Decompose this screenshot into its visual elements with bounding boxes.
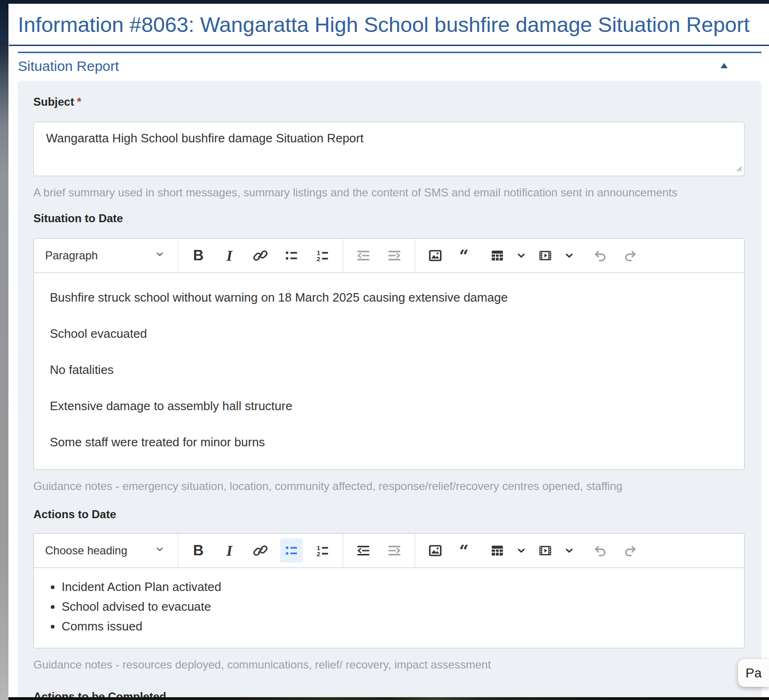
- redo-icon: [623, 543, 638, 558]
- redo-icon: [623, 248, 638, 263]
- insert-table-button[interactable]: [486, 243, 509, 268]
- table-icon: [490, 248, 505, 263]
- background-left-strip: [0, 0, 8, 700]
- media-dropdown-button[interactable]: [562, 243, 577, 268]
- media-dropdown-button[interactable]: [562, 538, 577, 563]
- block-quote-button[interactable]: “: [455, 243, 478, 268]
- bold-icon: B: [193, 247, 204, 264]
- block-quote-button[interactable]: “: [455, 538, 478, 563]
- actions-to-date-label: Actions to Date: [33, 507, 745, 521]
- situation-to-date-editor: Paragraph B I 12: [33, 238, 745, 470]
- bullet-item: School advised to evacuate: [62, 599, 728, 614]
- italic-icon: I: [227, 542, 232, 560]
- outdent-icon: [356, 248, 371, 263]
- toolbar-separator: [415, 239, 415, 272]
- insert-media-button[interactable]: [534, 243, 557, 268]
- editor-paragraph: School evacuated: [50, 326, 728, 341]
- top-window-bar: [0, 0, 769, 4]
- editor-paragraph: Extensive damage to assembly hall struct…: [50, 398, 728, 413]
- bulleted-list-icon: [284, 543, 299, 558]
- actions-bullet-list: Incident Action Plan activatedSchool adv…: [50, 579, 728, 634]
- chevron-down-icon: [564, 250, 575, 261]
- actions-to-date-editor: Choose heading B I 12: [33, 533, 745, 648]
- image-icon: [428, 543, 443, 558]
- bold-button[interactable]: B: [187, 538, 210, 563]
- table-dropdown-button[interactable]: [514, 538, 529, 563]
- link-button[interactable]: [249, 538, 272, 563]
- link-button[interactable]: [249, 243, 272, 268]
- subject-label: Subject*: [33, 95, 745, 109]
- toolbar-separator: [178, 239, 178, 272]
- bold-icon: B: [193, 542, 204, 559]
- editor-paragraph: Bushfire struck school without warning o…: [50, 290, 728, 305]
- bullet-item: Incident Action Plan activated: [62, 579, 728, 594]
- editor-paragraph: Some staff were treated for minor burns: [50, 435, 728, 450]
- toolbar-separator: [343, 239, 343, 272]
- editor-toolbar: Choose heading B I 12: [34, 534, 744, 568]
- redo-button[interactable]: [620, 243, 642, 268]
- heading-dropdown[interactable]: Paragraph: [39, 242, 173, 269]
- situation-to-date-label: Situation to Date: [33, 211, 745, 226]
- heading-dropdown[interactable]: Choose heading: [39, 537, 173, 564]
- italic-button[interactable]: I: [218, 538, 241, 563]
- section-title: Situation Report: [18, 58, 119, 75]
- svg-text:“: “: [459, 543, 469, 558]
- record-panel: Information #8063: Wangaratta High Schoo…: [8, 4, 769, 700]
- svg-text:“: “: [459, 248, 469, 263]
- numbered-list-icon: 12: [315, 248, 330, 263]
- triangle-up-icon: [719, 62, 729, 70]
- outdent-button[interactable]: [352, 538, 375, 563]
- insert-image-button[interactable]: [424, 243, 447, 268]
- bulleted-list-icon: [284, 248, 299, 263]
- insert-media-button[interactable]: [534, 538, 557, 563]
- numbered-list-button[interactable]: 12: [311, 243, 334, 268]
- block-quote-icon: “: [459, 248, 474, 263]
- undo-icon: [592, 248, 607, 263]
- section-header: Situation Report: [18, 52, 761, 75]
- bold-button[interactable]: B: [187, 243, 210, 268]
- side-tab-label: Pa: [745, 666, 761, 681]
- subject-input[interactable]: Wangaratta High School bushfire damage S…: [33, 122, 745, 176]
- bulleted-list-button[interactable]: [280, 538, 303, 563]
- indent-icon: [387, 543, 402, 558]
- background-bottom-strip: [8, 697, 769, 700]
- undo-button[interactable]: [589, 243, 611, 268]
- insert-table-button[interactable]: [486, 538, 509, 563]
- subject-field-wrap: Wangaratta High School bushfire damage S…: [33, 122, 745, 176]
- situation-guidance-text: Guidance notes - emergency situation, lo…: [33, 479, 745, 493]
- table-dropdown-button[interactable]: [514, 243, 529, 268]
- undo-icon: [592, 543, 607, 558]
- indent-button[interactable]: [383, 243, 406, 268]
- image-icon: [428, 248, 443, 263]
- collapse-section-button[interactable]: [716, 59, 732, 73]
- insert-image-button[interactable]: [424, 538, 447, 563]
- undo-redo-group: [584, 538, 646, 563]
- italic-button[interactable]: I: [218, 243, 241, 268]
- undo-button[interactable]: [589, 538, 611, 563]
- side-tab-button[interactable]: Pa: [738, 659, 769, 687]
- media-icon: [538, 248, 553, 263]
- chevron-down-icon: [516, 545, 527, 556]
- bulleted-list-button[interactable]: [280, 243, 303, 268]
- editor-toolbar: Paragraph B I 12: [34, 239, 744, 273]
- outdent-icon: [356, 543, 371, 558]
- outdent-button[interactable]: [352, 243, 375, 268]
- svg-text:2: 2: [317, 256, 320, 263]
- actions-to-date-content[interactable]: Incident Action Plan activatedSchool adv…: [34, 568, 744, 648]
- bullet-item: Comms issued: [62, 619, 728, 634]
- toolbar-separator: [178, 534, 178, 568]
- table-icon: [490, 543, 505, 558]
- chevron-down-icon: [154, 544, 165, 558]
- redo-button[interactable]: [620, 538, 642, 563]
- indent-button[interactable]: [383, 538, 406, 563]
- toolbar-separator: [415, 534, 415, 568]
- numbered-list-button[interactable]: 12: [311, 538, 334, 563]
- situation-to-date-content[interactable]: Bushfire struck school without warning o…: [34, 273, 744, 469]
- heading-dropdown-label: Choose heading: [45, 544, 127, 557]
- toolbar-separator: [343, 534, 343, 568]
- numbered-list-icon: 12: [315, 543, 330, 558]
- link-icon: [253, 543, 268, 558]
- page-title: Information #8063: Wangaratta High Schoo…: [18, 13, 769, 37]
- heading-dropdown-label: Paragraph: [45, 249, 98, 262]
- subject-helper-text: A brief summary used in short messages, …: [33, 186, 745, 200]
